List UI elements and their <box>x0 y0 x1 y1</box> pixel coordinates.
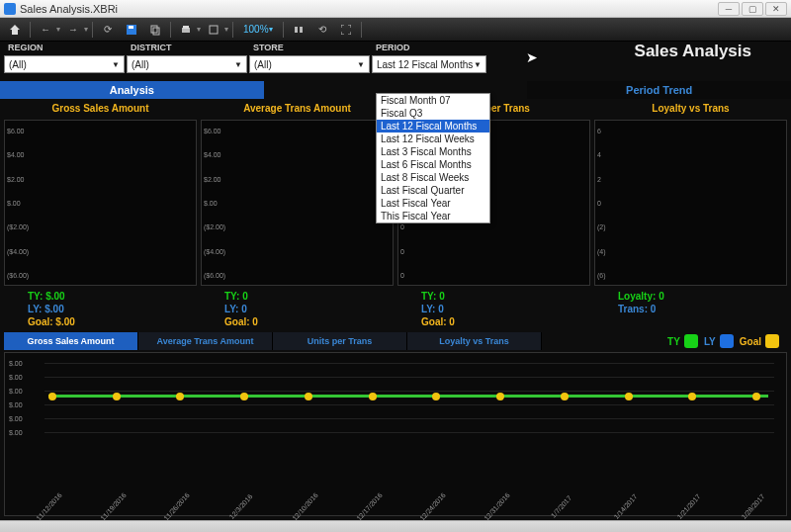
timeline-x-label: 1/28/2017 <box>741 492 766 520</box>
timeline-x-label: 11/19/2016 <box>99 491 128 522</box>
timeline-x-label: 1/21/2017 <box>676 492 702 520</box>
svg-rect-8 <box>300 27 303 33</box>
svg-rect-2 <box>151 26 157 33</box>
btab-loyalty[interactable]: Loyalty vs Trans <box>407 332 542 350</box>
legend: TY LY Goal <box>667 334 787 348</box>
svg-rect-3 <box>153 28 159 35</box>
page-setup-icon[interactable] <box>203 20 224 40</box>
print-icon[interactable] <box>175 20 197 40</box>
window-title: Sales Analysis.XBRi <box>20 3 718 15</box>
period-option[interactable]: This Fiscal Year <box>377 210 489 222</box>
parameters-reset-icon[interactable]: ⟲ <box>311 20 333 40</box>
titlebar: Sales Analysis.XBRi ─ ▢ ✕ <box>0 0 791 18</box>
timeline-x-label: 12/31/2016 <box>483 491 511 522</box>
period-dropdown-menu[interactable]: Fiscal Month 07Fiscal Q3Last 12 Fiscal M… <box>376 93 490 223</box>
timeline-x-label: 1/7/2017 <box>550 494 572 519</box>
fullscreen-icon[interactable] <box>335 20 357 40</box>
btab-units[interactable]: Units per Trans <box>273 332 407 350</box>
timeline-x-label: 12/24/2016 <box>419 491 448 522</box>
legend-goal: Goal <box>740 334 779 348</box>
page-title: Sales Analysis <box>635 42 751 61</box>
svg-rect-1 <box>129 26 133 29</box>
period-option[interactable]: Last 12 Fiscal Weeks <box>377 133 489 145</box>
timeline-x-label: 11/12/2016 <box>35 491 63 522</box>
copy-icon[interactable] <box>144 20 166 40</box>
legend-ly: LY <box>704 334 734 348</box>
svg-rect-5 <box>183 26 189 29</box>
period-option[interactable]: Last Fiscal Quarter <box>377 184 489 197</box>
save-blue-icon[interactable] <box>121 20 142 40</box>
timeline-point <box>561 393 569 400</box>
card-avg-trans: Average Trans Amount $6.00$4.00$2.00$.00… <box>201 101 394 330</box>
card-title: Average Trans Amount <box>201 101 394 120</box>
card-gross-sales: Gross Sales Amount $6.00$4.00$2.00$.00($… <box>4 101 197 330</box>
bottom-tab-row: Gross Sales Amount Average Trans Amount … <box>0 332 791 350</box>
region-label: REGION <box>4 42 127 55</box>
district-dropdown[interactable]: (All)▼ <box>127 55 247 73</box>
store-label: STORE <box>249 42 372 55</box>
maximize-button[interactable]: ▢ <box>742 2 763 16</box>
chart-area: $6.00$4.00$2.00$.00($2.00)($4.00)($6.00) <box>201 120 394 286</box>
chart-area: 6420(2)(4)(6) <box>594 120 787 286</box>
horizontal-scrollbar[interactable] <box>0 520 791 532</box>
tab-period-trend[interactable]: Period Trend <box>527 81 791 99</box>
timeline-point <box>113 393 121 400</box>
timeline-point <box>496 393 504 400</box>
svg-rect-7 <box>295 27 298 33</box>
period-option[interactable]: Last 3 Fiscal Months <box>377 145 489 158</box>
chart-area: $6.00$4.00$2.00$.00($2.00)($4.00)($6.00) <box>4 120 197 286</box>
period-option[interactable]: Last Fiscal Year <box>377 197 489 210</box>
btab-gross-sales[interactable]: Gross Sales Amount <box>4 332 138 350</box>
period-option[interactable]: Last 6 Fiscal Months <box>377 158 489 171</box>
timeline-x-label: 11/26/2016 <box>163 491 192 522</box>
forward-icon[interactable]: → <box>62 20 84 40</box>
timeline-chart: $.00$.00$.00$.00$.00$.0011/12/201611/19/… <box>4 352 787 516</box>
tab-analysis[interactable]: Analysis <box>0 81 264 99</box>
minimize-button[interactable]: ─ <box>718 2 740 16</box>
timeline-x-label: 1/14/2017 <box>612 492 638 520</box>
timeline-point <box>48 393 56 400</box>
timeline-point <box>176 393 184 400</box>
timeline-x-label: 12/17/2016 <box>355 491 384 522</box>
legend-ty: TY <box>667 334 698 348</box>
timeline-point <box>369 393 377 400</box>
card-loyalty-trans: Loyalty vs Trans 6420(2)(4)(6) Loyalty: … <box>594 101 787 330</box>
district-label: DISTRICT <box>127 42 249 55</box>
store-dropdown[interactable]: (All)▼ <box>249 55 370 73</box>
period-dropdown[interactable]: Last 12 Fiscal Months▼ <box>372 55 486 73</box>
period-label: PERIOD <box>372 42 488 55</box>
zoom-dropdown[interactable]: 100%▾ <box>237 24 279 35</box>
timeline-point <box>688 393 696 400</box>
timeline-x-label: 12/10/2016 <box>291 491 319 522</box>
timeline-point <box>305 393 312 400</box>
toolbar: ←▾ →▾ ⟳ ▾ ▾ 100%▾ ⟲ <box>0 18 791 42</box>
card-title: Gross Sales Amount <box>4 101 197 120</box>
params-icon[interactable] <box>288 20 309 40</box>
timeline-point <box>752 393 760 400</box>
home-icon[interactable] <box>4 20 26 40</box>
period-option[interactable]: Fiscal Month 07 <box>377 94 489 107</box>
timeline-x-label: 12/3/2016 <box>228 492 254 520</box>
timeline-point <box>432 393 440 400</box>
timeline-point <box>240 393 248 400</box>
refresh-icon[interactable]: ⟳ <box>97 20 119 40</box>
region-dropdown[interactable]: (All)▼ <box>4 55 125 73</box>
card-title: Loyalty vs Trans <box>594 101 787 120</box>
btab-avg-trans[interactable]: Average Trans Amount <box>138 332 273 350</box>
close-button[interactable]: ✕ <box>765 2 787 16</box>
back-icon[interactable]: ← <box>35 20 56 40</box>
period-option[interactable]: Last 12 Fiscal Months <box>377 120 489 133</box>
svg-rect-6 <box>210 26 218 34</box>
app-icon <box>4 3 16 15</box>
period-option[interactable]: Last 8 Fiscal Weeks <box>377 171 489 184</box>
period-option[interactable]: Fiscal Q3 <box>377 107 489 120</box>
timeline-point <box>625 393 633 400</box>
